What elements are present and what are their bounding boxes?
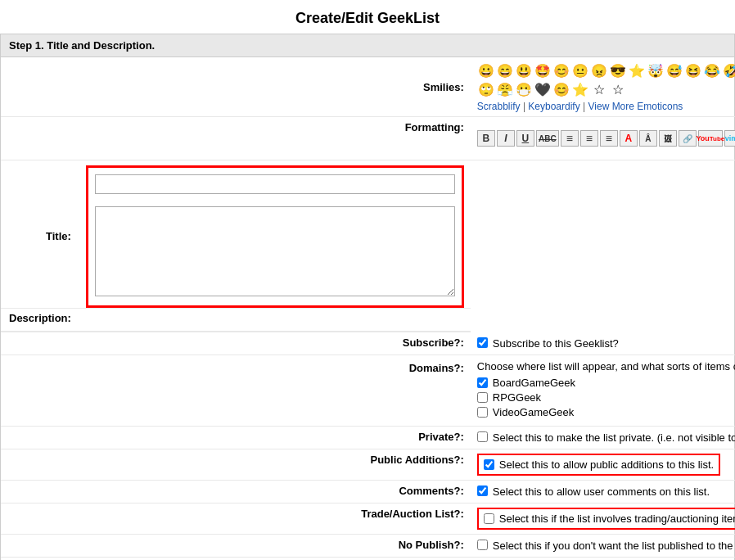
smiley-29[interactable]: ☆	[609, 80, 627, 98]
smiley-27[interactable]: ⭐	[571, 80, 589, 98]
section-header: Step 1. Title and Description.	[1, 34, 734, 57]
view-more-link[interactable]: View More Emoticons	[588, 101, 683, 112]
private-label: Private?:	[1, 426, 471, 449]
domain-videogame-label: VideoGameGeek	[493, 406, 575, 418]
no-publish-row: Select this if you don't want the list p…	[477, 540, 735, 552]
domain-boardgame-item: BoardGameGeek	[477, 377, 735, 389]
title-label: Title:	[1, 160, 79, 309]
smiley-7[interactable]: 😠	[590, 61, 608, 79]
format-btn-2[interactable]: Â	[639, 130, 657, 147]
smiley-4[interactable]: 🤩	[534, 61, 552, 79]
trade-auction-label: Trade/Auction List?:	[1, 503, 471, 534]
no-publish-label: No Publish?:	[1, 534, 471, 557]
subscribe-label: Subscribe?:	[1, 332, 471, 355]
smiley-14[interactable]: 🤣	[722, 61, 735, 79]
vimeo-button[interactable]: vimeo	[724, 130, 735, 147]
align-left-button[interactable]: ≡	[561, 130, 579, 147]
smiley-25[interactable]: 🖤	[534, 80, 552, 98]
subscribe-checkbox[interactable]	[477, 337, 488, 348]
align-right-button[interactable]: ≡	[600, 130, 618, 147]
smiley-23[interactable]: 😤	[496, 80, 514, 98]
smiley-9[interactable]: ⭐	[628, 61, 646, 79]
comments-label: Comments?:	[1, 480, 471, 503]
no-publish-text: Select this if you don't want the list p…	[493, 540, 735, 552]
smiley-10[interactable]: 🤯	[647, 61, 665, 79]
keyboardify-link[interactable]: Keyboardify	[528, 101, 579, 112]
page-title: Create/Edit GeekList	[0, 0, 735, 34]
smiley-22[interactable]: 🙄	[477, 80, 495, 98]
smiley-2[interactable]: 😄	[496, 61, 514, 79]
smiley-6[interactable]: 😐	[571, 61, 589, 79]
smilies-label: Smilies:	[1, 57, 471, 117]
public-additions-text: Select this to allow public additions to…	[499, 458, 714, 471]
domains-label: Domains?:	[1, 355, 471, 426]
formatting-label: Formatting:	[1, 117, 471, 160]
trade-auction-text: Select this if the list involves trading…	[499, 513, 735, 525]
smiley-5[interactable]: 😊	[552, 61, 570, 79]
public-additions-box: Select this to allow public additions to…	[477, 454, 720, 476]
comments-text: Select this to allow user comments on th…	[493, 485, 710, 498]
comments-row: Select this to allow user comments on th…	[477, 485, 735, 498]
domain-rpg-item: RPGGeek	[477, 391, 735, 404]
domains-intro: Choose where list will appear, and what …	[477, 360, 735, 373]
trade-auction-checkbox[interactable]	[484, 513, 494, 524]
description-label: Description:	[1, 309, 79, 332]
domain-videogame-item: VideoGameGeek	[477, 406, 735, 418]
smilies-container: 😀 😄 😃 🤩 😊 😐 😠 😎 ⭐ 🤯 😅 😆 😂 🤣 😭 😡	[477, 61, 735, 98]
no-publish-checkbox[interactable]	[477, 540, 488, 550]
trade-auction-box: Select this if the list involves trading…	[477, 508, 735, 530]
formatting-toolbar: B I U ABC ≡ ≡ ≡ A Â 🖼 🔗 YouTube vimeo 🐦…	[477, 121, 735, 156]
smiley-8[interactable]: 😎	[609, 61, 627, 79]
italic-button[interactable]: I	[497, 130, 515, 147]
private-text: Select this to make the list private. (i…	[493, 431, 735, 444]
title-input[interactable]	[95, 174, 455, 194]
domain-rpg-label: RPGGeek	[493, 391, 541, 404]
domain-videogame-checkbox[interactable]	[477, 407, 488, 418]
enable-dice-label: Enable Public Dice Rolls?:	[1, 557, 471, 560]
smiley-26[interactable]: 😊	[552, 80, 570, 98]
public-additions-checkbox[interactable]	[484, 459, 494, 470]
smiley-11[interactable]: 😅	[665, 61, 683, 79]
comments-checkbox[interactable]	[477, 485, 488, 496]
strikethrough-button[interactable]: ABC	[536, 130, 559, 147]
smiley-1[interactable]: 😀	[477, 61, 495, 79]
smiley-3[interactable]: 😃	[515, 61, 533, 79]
description-textarea[interactable]	[95, 206, 455, 296]
private-row: Select this to make the list private. (i…	[477, 431, 735, 444]
image-button[interactable]: 🖼	[659, 130, 677, 147]
link-button[interactable]: 🔗	[679, 130, 697, 147]
smiley-24[interactable]: 😷	[515, 80, 533, 98]
scrabblify-link[interactable]: Scrabblify	[477, 101, 521, 112]
underline-button[interactable]: U	[516, 130, 534, 147]
smiley-12[interactable]: 😆	[684, 61, 702, 79]
subscribe-text: Subscribe to this Geeklist?	[493, 337, 619, 350]
smilies-links: Scrabblify | Keyboardify | View More Emo…	[477, 101, 735, 112]
align-center-button[interactable]: ≡	[580, 130, 598, 147]
font-color-button[interactable]: A	[620, 130, 638, 147]
bold-button[interactable]: B	[477, 130, 495, 147]
youtube-button[interactable]: YouTube	[698, 130, 723, 147]
domain-boardgame-label: BoardGameGeek	[493, 377, 575, 389]
domain-rpg-checkbox[interactable]	[477, 392, 488, 403]
smiley-28[interactable]: ☆	[590, 80, 608, 98]
subscribe-row: Subscribe to this Geeklist?	[477, 337, 735, 350]
private-checkbox[interactable]	[477, 431, 488, 442]
public-additions-label: Public Additions?:	[1, 449, 471, 480]
domain-boardgame-checkbox[interactable]	[477, 377, 488, 388]
smiley-13[interactable]: 😂	[703, 61, 721, 79]
